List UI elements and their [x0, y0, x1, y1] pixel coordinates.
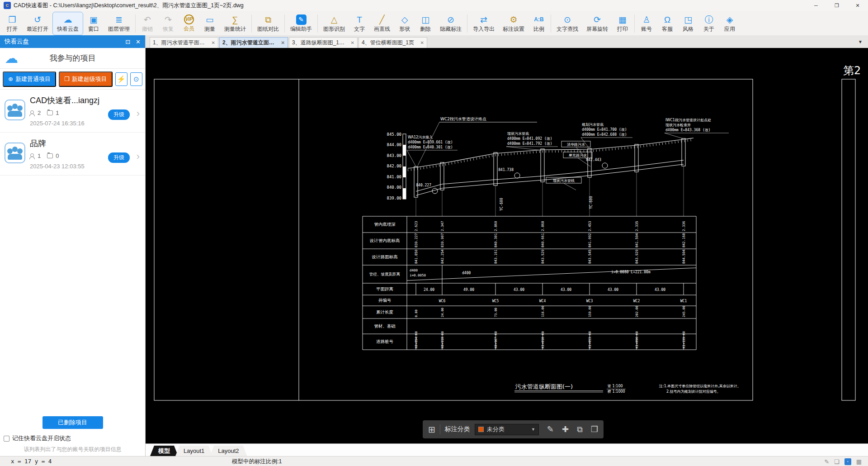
toolbar-item-undo[interactable]: ↶撤销	[137, 12, 158, 35]
upgrade-badge[interactable]: 升级	[108, 109, 130, 120]
status-note-icon[interactable]: ✎	[824, 459, 829, 465]
svg-text:WC4: WC4	[539, 299, 546, 303]
cloud-logo-icon: ☁	[5, 52, 18, 65]
toolbar-item-apps[interactable]: ◈应用	[719, 12, 740, 35]
move-annotation-icon[interactable]: ✚	[562, 424, 569, 434]
category-dropdown[interactable]: 未分类 ▼	[475, 424, 539, 435]
remember-state-checkbox[interactable]	[4, 436, 9, 442]
edit-assistant-icon: ✎	[296, 14, 307, 25]
svg-text:WC2段污水管道设计终点: WC2段污水管道设计终点	[440, 117, 486, 121]
svg-text:842.254: 842.254	[440, 249, 444, 264]
tab-close-icon[interactable]: ✕	[281, 40, 285, 45]
toolbar-item-style[interactable]: ◳风格	[678, 12, 698, 35]
svg-text:现状污水检查井: 现状污水检查井	[665, 123, 691, 127]
tab-close-icon[interactable]: ✕	[420, 40, 424, 45]
status-blue-badge-icon[interactable]: ▫	[844, 458, 851, 465]
toolbar-item-find-text[interactable]: ⊙文字查找	[552, 12, 582, 35]
toolbar-item-draw-line[interactable]: ╱画直线	[370, 12, 394, 35]
minimize-button[interactable]: ─	[806, 0, 826, 11]
upgrade-badge[interactable]: 升级	[108, 152, 130, 163]
chevron-right-icon[interactable]: ›	[137, 108, 140, 119]
toolbar-item-rotate-screen[interactable]: ⟳屏幕旋转	[582, 12, 612, 35]
annotation-toolbar: ⊞ 标注分类 未分类 ▼ ✎ ✚ ⧉ ❒	[423, 420, 604, 438]
toolbar-item-measure[interactable]: ▭测量	[199, 12, 220, 35]
remember-state-label: 记住快看云盘开启状态	[12, 434, 71, 442]
tab-plan-view[interactable]: 1、雨污水管道平面图…✕	[150, 37, 218, 48]
toolbar-item-print[interactable]: ▦打印	[612, 12, 633, 35]
maximize-button[interactable]: ❐	[826, 0, 847, 11]
dock-panel-icon[interactable]: ⊡	[125, 38, 130, 45]
new-normal-project-button[interactable]: ⊕新建普通项目	[3, 71, 56, 87]
svg-text:2.868: 2.868	[541, 221, 545, 231]
toolbar-item-edit-assistant[interactable]: ✎编辑助手	[286, 12, 316, 35]
toolbar-item-measure-statistics[interactable]: ∑测量统计	[220, 12, 250, 35]
tab-close-icon[interactable]: ✕	[212, 40, 215, 45]
toolbar-item-annotation-settings[interactable]: ⚙标注设置	[499, 12, 528, 35]
info-icon: ⓘ	[705, 14, 713, 25]
redo-icon: ↷	[165, 14, 172, 25]
tab-road-profile[interactable]: 3、道路纵断面图_1页…✕	[289, 37, 358, 48]
window-icon: ▣	[90, 14, 98, 25]
cloud-panel-footer: 已删除项目 记住快看云盘开启状态 该列表列出了与您的账号关联的项目信息	[0, 413, 145, 456]
sync-button[interactable]: ⚡	[115, 72, 127, 86]
status-pages-icon[interactable]: ❏	[834, 459, 840, 465]
svg-text:道路桩号: 道路桩号	[376, 339, 394, 344]
toolbar-item-support[interactable]: Ω客服	[657, 12, 678, 35]
chevron-right-icon[interactable]: ›	[137, 151, 140, 162]
profile-table: 管内底埋深 设计管内底标高 设计路面标高 管径、坡度及距离 平面距离 井编号 累…	[363, 216, 696, 350]
tab-cross-section[interactable]: 4、管位横断面图_1页✕	[359, 37, 427, 48]
search-project-button[interactable]: ⊙	[130, 72, 142, 86]
toolbar-item-account[interactable]: ♙账号	[636, 12, 657, 35]
text-icon: T	[357, 14, 362, 25]
toolbar-item-scale[interactable]: A:B比例	[528, 12, 549, 35]
svg-text:845.00: 845.00	[387, 132, 401, 137]
svg-text:污水管道纵断面图(一): 污水管道纵断面图(一)	[515, 383, 573, 390]
main-toolbar: ❒打开 ↺最近打开 ☁快看云盘 ▣窗口 ≣图层管理 ↶撤销 ↷恢复 VIP会员 …	[0, 11, 868, 35]
toolbar-item-about[interactable]: ⓘ关于	[698, 12, 719, 35]
toolbar-item-cloud-drive[interactable]: ☁快看云盘	[52, 12, 83, 35]
svg-text:设计管内底标高: 设计管内底标高	[369, 238, 400, 243]
toolbar-item-window[interactable]: ▣窗口	[83, 12, 104, 35]
status-grid-icon[interactable]: ▦	[856, 459, 862, 465]
new-super-project-button[interactable]: ❒新建超级项目	[59, 71, 113, 87]
toolbar-item-text[interactable]: T文字	[349, 12, 370, 35]
statusbar: x = 17 y = 4 模型中的标注比例:1 ✎ ❏ ▫ ▦	[0, 456, 868, 466]
files-icon	[47, 110, 53, 115]
vip-icon: VIP	[184, 14, 194, 24]
toolbar-item-open[interactable]: ❒打开	[2, 12, 23, 35]
deleted-projects-button[interactable]: 已删除项目	[42, 416, 103, 429]
toolbar-item-recent-files[interactable]: ↺最近打开	[23, 12, 52, 35]
project-card[interactable]: CAD快速看...iangzj 2 1 升级 › 2025-07-24 16:3…	[0, 90, 145, 133]
tab-layout1[interactable]: Layout1	[175, 446, 212, 456]
close-button[interactable]: ✕	[847, 0, 868, 11]
toolbar-item-shapes[interactable]: ◇形状	[394, 12, 415, 35]
toolbar-item-layer-manager[interactable]: ≣图层管理	[104, 12, 134, 35]
svg-text:2.623: 2.623	[414, 221, 418, 231]
copy-annotation-icon[interactable]: ⧉	[577, 425, 583, 434]
toolbar-item-drawing-compare[interactable]: ⧉图纸对比	[253, 12, 283, 35]
tab-list-caret-icon[interactable]: ▼	[858, 39, 863, 44]
toolbar-item-import-export[interactable]: ⇄导入导出	[469, 12, 499, 35]
close-panel-icon[interactable]: ✕	[136, 38, 141, 45]
cad-canvas[interactable]: 第2 845.00 844.00 843.00 842.00 841.00 84…	[146, 48, 868, 456]
toolbar-item-vip-member[interactable]: VIP会员	[179, 12, 199, 35]
tab-model[interactable]: 模型	[150, 446, 178, 456]
svg-text:24.00: 24.00	[424, 288, 434, 292]
toolbar-item-erase[interactable]: ◫删除	[415, 12, 436, 35]
tab-profile-view[interactable]: 2、雨污水管道立面图…✕	[219, 37, 288, 48]
search-icon: ⊙	[133, 75, 139, 83]
toolbar-separator	[284, 14, 285, 33]
files-count: 1	[56, 109, 59, 116]
svg-text:IWC1段污水管道设计起点处: IWC1段污水管道设计起点处	[665, 118, 711, 122]
toolbar-item-hide-annotations[interactable]: ⊘隐藏标注	[436, 12, 466, 35]
project-card[interactable]: 品牌 1 0 升级 › 2025-04-23 12:03:55	[0, 133, 145, 176]
statusbar-tools: ✎ ❏ ▫ ▦	[824, 456, 862, 466]
annotation-grid-icon[interactable]: ⊞	[428, 424, 435, 435]
svg-text:注:1.本图尺寸单位除管径以毫米计外,其余以米计。: 注:1.本图尺寸单位除管径以毫米计外,其余以米计。	[659, 384, 741, 388]
tab-layout2[interactable]: Layout2	[210, 446, 247, 456]
tab-close-icon[interactable]: ✕	[351, 40, 354, 45]
paste-annotation-icon[interactable]: ❒	[591, 424, 598, 434]
toolbar-item-redo[interactable]: ↷恢复	[158, 12, 179, 35]
edit-annotation-icon[interactable]: ✎	[547, 424, 554, 434]
toolbar-item-shape-recognition[interactable]: △图形识别	[319, 12, 349, 35]
